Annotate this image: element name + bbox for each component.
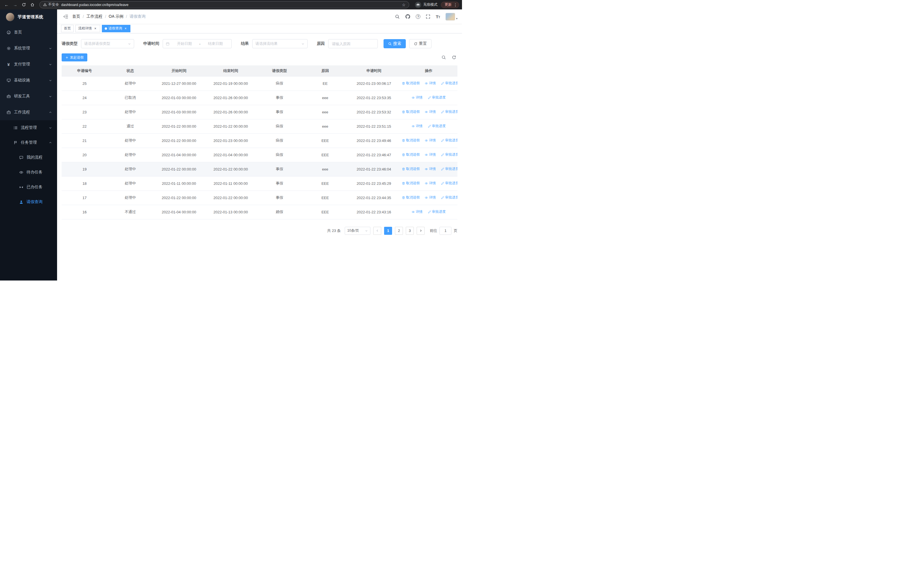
bookmark-star-icon[interactable] (402, 3, 405, 7)
browser-menu-icon[interactable] (453, 3, 458, 7)
cancel-leave-link[interactable]: 取消请假 (402, 181, 420, 186)
sidebar-item-leave-query[interactable]: 请假查询 (0, 194, 57, 209)
cell-status: 处理中 (107, 105, 153, 119)
detail-link[interactable]: 详情 (424, 195, 436, 200)
search-button[interactable]: 搜索 (384, 39, 406, 48)
browser-toolbar: 不安全 dashboard.yudao.iocoder.cn/bpm/oa/le… (0, 0, 462, 9)
approval-progress-link[interactable]: 审批进度 (428, 209, 446, 214)
sidebar-item-payment[interactable]: ¥ 支付管理 (0, 56, 57, 72)
detail-link[interactable]: 详情 (411, 95, 423, 100)
sidebar-item-system[interactable]: 系统管理 (0, 40, 57, 56)
select-placeholder: 请选择流结果 (255, 41, 278, 46)
cell-end-time: 2022-01-23 00:00:00 (205, 133, 256, 148)
prev-page-button[interactable] (373, 227, 381, 235)
breadcrumb-workflow[interactable]: 工作流程 (87, 14, 102, 19)
create-leave-button[interactable]: 发起请假 (62, 53, 87, 62)
apply-time-range-picker[interactable]: 开始日期 - 结束日期 (163, 39, 232, 48)
sidebar-item-devtools[interactable]: 研发工具 (0, 88, 57, 104)
cancel-leave-link[interactable]: 取消请假 (402, 167, 420, 171)
address-bar[interactable]: 不安全 dashboard.yudao.iocoder.cn/bpm/oa/le… (39, 1, 409, 8)
cancel-leave-link[interactable]: 取消请假 (402, 195, 420, 200)
browser-forward-button[interactable] (11, 1, 19, 9)
browser-update-button[interactable]: 更新 (441, 2, 459, 8)
approval-progress-link[interactable]: 审批进度 (428, 124, 446, 129)
goto-page-input[interactable] (440, 227, 452, 235)
sidebar-collapse-button[interactable] (59, 15, 72, 18)
font-size-icon[interactable]: TT (436, 15, 440, 19)
detail-link[interactable]: 详情 (411, 124, 423, 129)
search-icon[interactable] (395, 14, 400, 19)
security-label: 不安全 (48, 2, 59, 7)
user-menu[interactable] (446, 13, 458, 21)
cell-end-time: 2022-01-22 00:00:00 (205, 162, 256, 176)
sidebar-item-task-management[interactable]: 任务管理 (0, 135, 57, 150)
approval-progress-link[interactable]: 审批进度 (428, 95, 446, 100)
detail-link[interactable]: 详情 (424, 181, 436, 186)
approval-progress-link[interactable]: 审批进度 (441, 138, 458, 143)
sidebar-item-my-processes[interactable]: 我的流程 (0, 150, 57, 165)
reset-button[interactable]: 重置 (409, 39, 432, 48)
detail-link[interactable]: 详情 (424, 81, 436, 86)
tab-home[interactable]: 首页 (61, 25, 74, 32)
cell-end-time: 2022-01-26 00:00:00 (205, 105, 256, 119)
sidebar-item-done-tasks[interactable]: 已办任务 (0, 180, 57, 194)
cancel-leave-link[interactable]: 取消请假 (402, 138, 420, 143)
cancel-leave-label: 取消请假 (406, 181, 420, 186)
reason-input[interactable] (328, 39, 378, 48)
cell-applied-time: 2022-01-22 23:49:46 (348, 133, 400, 148)
trash-icon (402, 82, 405, 85)
cell-actions: 取消请假 详情 审批进度 (400, 76, 458, 90)
table-body: 25 处理中 2021-12-27 00:00:00 2022-01-19 00… (62, 76, 458, 219)
close-icon[interactable] (123, 27, 128, 30)
cancel-leave-link[interactable]: 取消请假 (402, 152, 420, 157)
col-header-start: 开始时间 (153, 65, 205, 76)
cancel-leave-link[interactable]: 取消请假 (402, 110, 420, 114)
security-status[interactable]: 不安全 (43, 2, 59, 7)
approval-progress-link[interactable]: 审批进度 (441, 81, 458, 86)
detail-link[interactable]: 详情 (424, 110, 436, 114)
question-icon[interactable] (416, 14, 420, 19)
approval-progress-link[interactable]: 审批进度 (441, 167, 458, 171)
cell-applied-time: 2022-01-22 23:46:47 (348, 148, 400, 162)
result-select[interactable]: 请选择流结果 (252, 39, 308, 48)
chevron-down-icon (49, 95, 52, 98)
page-button-3[interactable]: 3 (406, 227, 414, 235)
breadcrumb-oa-example[interactable]: OA 示例 (109, 14, 123, 19)
eye-icon (424, 153, 428, 156)
page-button-2[interactable]: 2 (395, 227, 403, 235)
github-icon[interactable] (405, 14, 410, 19)
app-logo[interactable]: 芋道管理系统 (0, 9, 57, 24)
collapse-icon (63, 15, 68, 18)
detail-label: 详情 (416, 209, 423, 214)
sidebar-item-home[interactable]: 首页 (0, 24, 57, 40)
browser-home-button[interactable] (28, 1, 36, 9)
sidebar-item-process-management[interactable]: 流程管理 (0, 120, 57, 135)
tab-process-detail[interactable]: 流程详情 (75, 25, 100, 32)
detail-link[interactable]: 详情 (411, 209, 423, 214)
close-icon[interactable] (93, 27, 97, 30)
approval-progress-link[interactable]: 审批进度 (441, 110, 458, 114)
search-toggle-button[interactable] (441, 55, 446, 60)
approval-progress-link[interactable]: 审批进度 (441, 195, 458, 200)
approval-progress-link[interactable]: 审批进度 (441, 152, 458, 157)
page-size-select[interactable]: 10条/页 (345, 227, 370, 235)
sidebar-item-pending-tasks[interactable]: 待办任务 (0, 165, 57, 180)
browser-back-button[interactable] (3, 1, 10, 9)
leave-type-select[interactable]: 请选择请假类型 (81, 39, 134, 48)
incognito-indicator: 无痕模式 (412, 2, 440, 8)
browser-reload-button[interactable] (20, 1, 27, 9)
breadcrumb-home[interactable]: 首页 (72, 14, 80, 19)
page-button-1[interactable]: 1 (384, 227, 392, 235)
cancel-leave-link[interactable]: 取消请假 (402, 81, 420, 86)
next-page-button[interactable] (417, 227, 424, 235)
tab-leave-query[interactable]: 请假查询 (102, 25, 130, 32)
detail-link[interactable]: 详情 (424, 167, 436, 171)
sidebar-item-infrastructure[interactable]: 基础设施 (0, 72, 57, 88)
fullscreen-icon[interactable] (426, 14, 430, 19)
refresh-table-button[interactable] (452, 55, 456, 60)
detail-link[interactable]: 详情 (424, 152, 436, 157)
sidebar-item-workflow[interactable]: 工作流程 (0, 104, 57, 120)
approval-progress-label: 审批进度 (432, 209, 446, 214)
approval-progress-link[interactable]: 审批进度 (441, 181, 458, 186)
detail-link[interactable]: 详情 (424, 138, 436, 143)
